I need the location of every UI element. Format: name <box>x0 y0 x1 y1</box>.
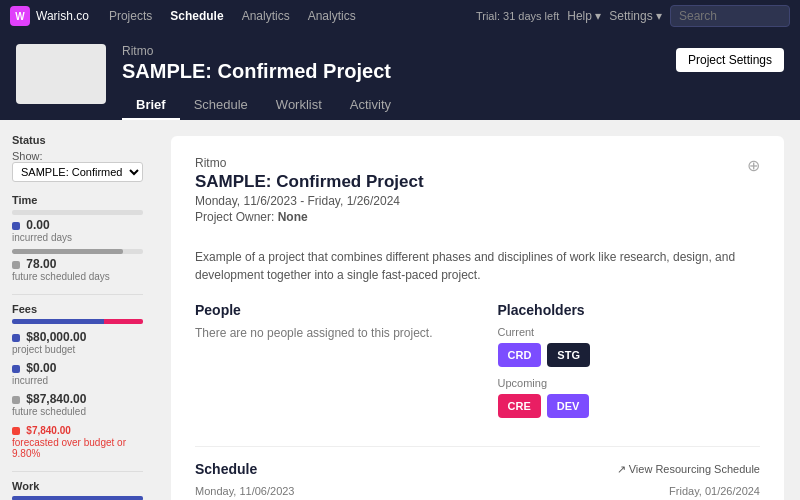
upcoming-chips: CRE DEV <box>498 394 761 418</box>
placeholders-section: Placeholders Current CRD STG Upcoming CR… <box>498 302 761 428</box>
sidebar-over-budget: $7,840.00 forecasted over budget or 9.80… <box>12 423 143 459</box>
sidebar-incurred-fees: $0.00 incurred <box>12 361 143 386</box>
nav-link-projects[interactable]: Schedule <box>162 5 231 27</box>
card-description: Example of a project that combines diffe… <box>195 248 760 284</box>
sidebar-divider-2 <box>12 471 143 472</box>
chip-dev[interactable]: DEV <box>547 394 590 418</box>
top-nav: W Warish.co Projects Schedule Analytics … <box>0 0 800 32</box>
project-header: Ritmo SAMPLE: Confirmed Project Brief Sc… <box>0 32 800 120</box>
over-budget-icon <box>12 427 20 435</box>
tab-schedule[interactable]: Schedule <box>180 91 262 120</box>
schedule-start: Monday, 11/06/2023 <box>195 485 294 497</box>
future-sched-icon <box>12 396 20 404</box>
schedule-header: Schedule ↗ View Resourcing Schedule <box>195 461 760 477</box>
schedule-link[interactable]: ↗ View Resourcing Schedule <box>617 463 760 476</box>
people-title: People <box>195 302 458 318</box>
card-company: Ritmo <box>195 156 424 170</box>
copy-icon[interactable]: ⊕ <box>747 156 760 175</box>
schedule-section: Schedule ↗ View Resourcing Schedule Mond… <box>195 446 760 497</box>
tab-activity[interactable]: Activity <box>336 91 405 120</box>
sidebar-show: Show: SAMPLE: Confirmed P... <box>12 150 143 182</box>
incurred-icon <box>12 222 20 230</box>
sidebar-budget-value: $80,000.00 <box>26 330 86 344</box>
sidebar: Status Show: SAMPLE: Confirmed P... Time… <box>0 120 155 500</box>
nav-link-schedule[interactable]: Analytics <box>234 5 298 27</box>
sidebar-show-label: Show: <box>12 150 43 162</box>
sidebar-budget: $80,000.00 project budget <box>12 330 143 355</box>
sidebar-divider-1 <box>12 294 143 295</box>
sidebar-future-sched-value: $87,840.00 <box>26 392 86 406</box>
sidebar-future-fill <box>12 249 123 254</box>
sidebar-incurred: 0.00 incurred days <box>12 210 143 243</box>
project-title: SAMPLE: Confirmed Project <box>122 60 660 83</box>
card-header: Ritmo SAMPLE: Confirmed Project Monday, … <box>195 156 760 236</box>
chip-crd[interactable]: CRD <box>498 343 542 367</box>
sidebar-status-section: Status Show: SAMPLE: Confirmed P... <box>12 134 143 182</box>
sidebar-time-section: Time 0.00 incurred days 78.00 future sch… <box>12 194 143 282</box>
logo-icon: W <box>10 6 30 26</box>
fees-bar <box>12 319 143 324</box>
project-company: Ritmo <box>122 44 660 58</box>
main-layout: Status Show: SAMPLE: Confirmed P... Time… <box>0 120 800 500</box>
sidebar-future-label: future scheduled days <box>12 271 143 282</box>
project-tabs: Brief Schedule Worklist Activity <box>122 91 660 120</box>
project-info: Ritmo SAMPLE: Confirmed Project Brief Sc… <box>122 44 660 120</box>
two-col: People There are no people assigned to t… <box>195 302 760 428</box>
sidebar-incurred-fees-label: incurred <box>12 375 143 386</box>
sidebar-work-section: Work 100% Complete 8 Done <box>12 480 143 500</box>
nav-link-warisha[interactable]: Projects <box>101 5 160 27</box>
nav-logo: W Warish.co <box>10 6 89 26</box>
sidebar-incurred-fees-value: $0.00 <box>26 361 56 375</box>
sidebar-work-title: Work <box>12 480 143 492</box>
sidebar-time-title: Time <box>12 194 143 206</box>
card-owner: Project Owner: None <box>195 210 424 224</box>
card-owner-value: None <box>278 210 308 224</box>
sidebar-incurred-bar <box>12 210 143 215</box>
content-card: Ritmo SAMPLE: Confirmed Project Monday, … <box>171 136 784 500</box>
current-chips: CRD STG <box>498 343 761 367</box>
chip-cre[interactable]: CRE <box>498 394 541 418</box>
project-thumbnail <box>16 44 106 104</box>
sidebar-incurred-value: 0.00 <box>26 218 49 232</box>
sidebar-status-title: Status <box>12 134 143 146</box>
incurred-fees-icon <box>12 365 20 373</box>
nav-settings[interactable]: Settings ▾ <box>609 9 662 23</box>
content-area: Ritmo SAMPLE: Confirmed Project Monday, … <box>155 120 800 500</box>
chip-stg[interactable]: STG <box>547 343 590 367</box>
tab-brief[interactable]: Brief <box>122 91 180 120</box>
sidebar-incurred-label: incurred days <box>12 232 143 243</box>
sidebar-future-sched-label: future scheduled <box>12 406 143 417</box>
nav-links: Projects Schedule Analytics Analytics <box>101 5 464 27</box>
placeholders-title: Placeholders <box>498 302 761 318</box>
sidebar-future-value: 78.00 <box>26 257 56 271</box>
sidebar-fees-title: Fees <box>12 303 143 315</box>
schedule-end: Friday, 01/26/2024 <box>669 485 760 497</box>
nav-help[interactable]: Help ▾ <box>567 9 601 23</box>
nav-logo-text[interactable]: Warish.co <box>36 9 89 23</box>
sidebar-future-bar <box>12 249 143 254</box>
sidebar-over-budget-label: forecasted over budget or 9.80% <box>12 437 143 459</box>
sidebar-budget-label: project budget <box>12 344 143 355</box>
budget-icon <box>12 334 20 342</box>
card-info: Ritmo SAMPLE: Confirmed Project Monday, … <box>195 156 424 236</box>
work-bar <box>12 496 143 500</box>
sidebar-future-scheduled: $87,840.00 future scheduled <box>12 392 143 417</box>
sidebar-future: 78.00 future scheduled days <box>12 249 143 282</box>
sidebar-fees-section: Fees $80,000.00 project budget $0.00 inc… <box>12 303 143 459</box>
future-icon <box>12 261 20 269</box>
schedule-title: Schedule <box>195 461 257 477</box>
project-settings-button[interactable]: Project Settings <box>676 48 784 72</box>
upcoming-label: Upcoming <box>498 377 761 389</box>
card-title: SAMPLE: Confirmed Project <box>195 172 424 192</box>
people-section: People There are no people assigned to t… <box>195 302 458 428</box>
nav-trial: Trial: 31 days left <box>476 10 559 22</box>
card-dates: Monday, 11/6/2023 - Friday, 1/26/2024 <box>195 194 424 208</box>
tab-worklist[interactable]: Worklist <box>262 91 336 120</box>
schedule-dates: Monday, 11/06/2023 Friday, 01/26/2024 <box>195 485 760 497</box>
people-empty: There are no people assigned to this pro… <box>195 326 458 340</box>
nav-link-analytics[interactable]: Analytics <box>300 5 364 27</box>
nav-right: Trial: 31 days left Help ▾ Settings ▾ <box>476 5 790 27</box>
sidebar-over-budget-value: $7,840.00 <box>26 425 71 436</box>
sidebar-status-select[interactable]: SAMPLE: Confirmed P... <box>12 162 143 182</box>
search-input[interactable] <box>670 5 790 27</box>
